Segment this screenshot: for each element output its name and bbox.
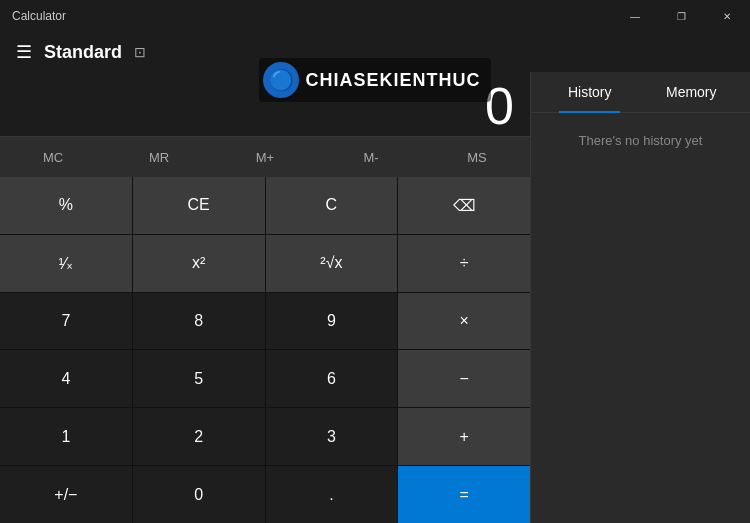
display: 0 [0, 72, 530, 136]
hamburger-icon[interactable]: ☰ [16, 41, 32, 63]
subtract-button[interactable]: − [398, 350, 530, 407]
8-button[interactable]: 8 [133, 293, 265, 350]
multiply-button[interactable]: × [398, 293, 530, 350]
7-button[interactable]: 7 [0, 293, 132, 350]
equals-button[interactable]: = [398, 466, 530, 523]
1-button[interactable]: 1 [0, 408, 132, 465]
tab-memory[interactable]: Memory [641, 76, 743, 112]
memory-row: MC MR M+ M- MS [0, 136, 530, 177]
resize-icon[interactable]: ⊡ [134, 44, 146, 60]
history-content: There's no history yet [531, 113, 750, 523]
5-button[interactable]: 5 [133, 350, 265, 407]
ms-button[interactable]: MS [424, 137, 530, 177]
button-grid: %CEC⌫¹⁄ₓx²²√x÷789×456−123++/−0.= [0, 177, 530, 523]
4-button[interactable]: 4 [0, 350, 132, 407]
add-button[interactable]: + [398, 408, 530, 465]
title-bar: Calculator — ❐ ✕ [0, 0, 750, 32]
app-title-bar: Calculator [12, 9, 66, 23]
square-button[interactable]: x² [133, 235, 265, 292]
window-controls: — ❐ ✕ [612, 0, 750, 32]
decimal-button[interactable]: . [266, 466, 398, 523]
mc-button[interactable]: MC [0, 137, 106, 177]
empty-history-text: There's no history yet [579, 133, 703, 148]
0-button[interactable]: 0 [133, 466, 265, 523]
app-header: ☰ Standard ⊡ [0, 32, 750, 72]
panel-tabs: History Memory [531, 72, 750, 113]
minimize-button[interactable]: — [612, 0, 658, 32]
sqrt-button[interactable]: ²√x [266, 235, 398, 292]
tab-history[interactable]: History [539, 76, 641, 112]
maximize-button[interactable]: ❐ [658, 0, 704, 32]
6-button[interactable]: 6 [266, 350, 398, 407]
main-layout: 0 MC MR M+ M- MS %CEC⌫¹⁄ₓx²²√x÷789×456−1… [0, 72, 750, 523]
divide-button[interactable]: ÷ [398, 235, 530, 292]
3-button[interactable]: 3 [266, 408, 398, 465]
fraction-button[interactable]: ¹⁄ₓ [0, 235, 132, 292]
mplus-button[interactable]: M+ [212, 137, 318, 177]
backspace-button[interactable]: ⌫ [398, 177, 530, 234]
mminus-button[interactable]: M- [318, 137, 424, 177]
9-button[interactable]: 9 [266, 293, 398, 350]
negate-button[interactable]: +/− [0, 466, 132, 523]
mr-button[interactable]: MR [106, 137, 212, 177]
ce-button[interactable]: CE [133, 177, 265, 234]
mode-title: Standard [44, 42, 122, 63]
percent-button[interactable]: % [0, 177, 132, 234]
right-panel: History Memory There's no history yet [530, 72, 750, 523]
display-value: 0 [16, 80, 514, 132]
2-button[interactable]: 2 [133, 408, 265, 465]
c-button[interactable]: C [266, 177, 398, 234]
close-button[interactable]: ✕ [704, 0, 750, 32]
calculator-area: 0 MC MR M+ M- MS %CEC⌫¹⁄ₓx²²√x÷789×456−1… [0, 72, 530, 523]
